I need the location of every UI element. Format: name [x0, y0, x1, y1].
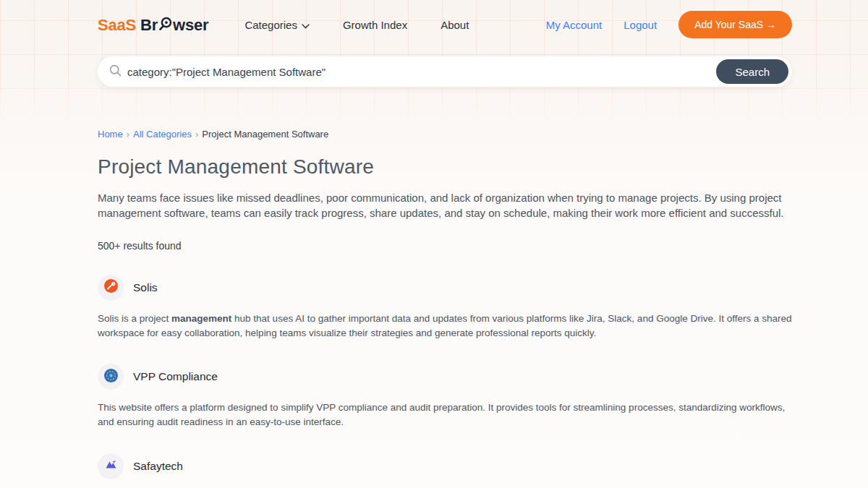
page-title: Project Management Software	[98, 155, 792, 179]
nav-categories-label: Categories	[244, 19, 297, 31]
search-section: Search	[98, 56, 792, 87]
brand-logo[interactable]: SaaS Brwser	[98, 15, 208, 35]
nav-growth-index-label: Growth Index	[343, 19, 407, 31]
list-item: Solis Solis is a project management hub …	[98, 275, 792, 341]
solis-logo-icon	[103, 278, 119, 296]
magnifier-logo-icon	[158, 16, 173, 34]
nav-about[interactable]: About	[441, 19, 469, 31]
main-content: Home›All Categories›Project Management S…	[98, 129, 792, 488]
listing-description: Solis is a project management hub that u…	[98, 312, 792, 341]
main-nav: Categories Growth Index About	[244, 19, 469, 31]
breadcrumb-home-link[interactable]: Home	[98, 129, 123, 140]
chevron-down-icon	[302, 19, 310, 31]
listing-link-vpp-compliance[interactable]: VPP Compliance	[98, 364, 792, 390]
breadcrumb-all-categories-link[interactable]: All Categories	[133, 129, 192, 140]
logout-link[interactable]: Logout	[624, 19, 657, 31]
listing-link-safaytech[interactable]: Safaytech	[98, 453, 792, 479]
header: SaaS Brwser Categories Growth Index Abou…	[98, 0, 792, 38]
listing-name: Solis	[133, 281, 158, 294]
brand-name-primary: SaaS	[98, 16, 136, 34]
nav-growth-index[interactable]: Growth Index	[343, 19, 407, 31]
nav-about-label: About	[441, 19, 469, 31]
listing-description: This website offers a platform designed …	[98, 401, 792, 430]
search-bar: Search	[98, 56, 792, 87]
results-count: 500+ results found	[98, 240, 792, 252]
my-account-link[interactable]: My Account	[546, 19, 603, 31]
page-description: Many teams face issues like missed deadl…	[98, 190, 791, 221]
breadcrumb: Home›All Categories›Project Management S…	[98, 129, 792, 140]
avatar	[98, 364, 124, 390]
vpp-compliance-logo-icon	[103, 368, 119, 386]
listing-link-solis[interactable]: Solis	[98, 275, 792, 301]
breadcrumb-separator: ›	[195, 129, 198, 140]
list-item: VPP Compliance This website offers a pla…	[98, 364, 792, 430]
list-item: Safaytech This website offers a powerful…	[98, 453, 792, 488]
add-your-saas-button[interactable]: Add Your SaaS →	[678, 11, 792, 38]
brand-name-secondary-post: wser	[173, 16, 208, 34]
search-icon	[109, 64, 122, 80]
search-button[interactable]: Search	[716, 59, 788, 84]
brand-name-secondary-pre: Br	[140, 16, 158, 34]
listing-name: Safaytech	[133, 460, 183, 473]
search-input[interactable]	[127, 66, 716, 78]
header-account-area: My Account Logout Add Your SaaS →	[546, 11, 792, 38]
breadcrumb-separator: ›	[127, 129, 129, 140]
listing-name: VPP Compliance	[133, 370, 218, 383]
avatar	[98, 453, 124, 479]
nav-categories[interactable]: Categories	[244, 19, 310, 31]
avatar	[98, 275, 124, 301]
breadcrumb-current: Project Management Software	[202, 129, 328, 140]
safaytech-logo-icon	[104, 458, 118, 474]
